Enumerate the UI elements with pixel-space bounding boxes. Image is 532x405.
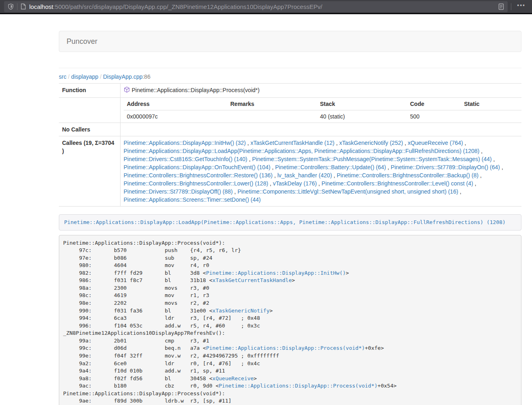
browser-toolbar: localhost:5000/path/src/displayapp/Displ…: [0, 0, 532, 14]
function-name-cell: Pinetime::Applications::DisplayApp::Proc…: [120, 84, 521, 98]
callee-link[interactable]: Pinetime::Components::LittleVgl::SetNewT…: [237, 188, 458, 195]
disassembly-symbol-link[interactable]: xQueueReceive: [212, 375, 254, 381]
callee-link[interactable]: vTaskDelay (176): [273, 180, 317, 187]
highlighted-callee-link[interactable]: Pinetime::Applications::DisplayApp::Load…: [64, 219, 506, 225]
address-value: 0x0000097c: [124, 110, 227, 123]
brand-puncover[interactable]: Puncover: [67, 37, 97, 46]
callee-link[interactable]: Pinetime::Controllers::BrightnessControl…: [337, 172, 478, 179]
urlbar-separator: [17, 3, 17, 10]
function-label: Function: [59, 84, 120, 98]
metrics-row: Address Remarks Stack Code Static 0x0000…: [59, 98, 521, 123]
breadcrumb-separator: /: [67, 73, 71, 80]
callees-row: Callees (19, Σ=3704 ) Pinetime::Applicat…: [59, 136, 521, 207]
col-address: Address: [124, 98, 227, 110]
highlighted-callee-panel: Pinetime::Applications::DisplayApp::Load…: [59, 214, 521, 231]
metrics-row-spacer: [59, 98, 120, 123]
metrics-value-row: 0x0000097c 40 (static) 500: [124, 110, 522, 123]
col-static: Static: [461, 98, 522, 110]
function-name: Pinetime::Applications::DisplayApp::Proc…: [132, 87, 260, 93]
breadcrumb-link-displayapp[interactable]: displayapp: [71, 73, 98, 80]
url-path: :5000/path/src/displayapp/DisplayApp.cpp…: [53, 3, 322, 10]
stack-value: 40 (static): [317, 110, 407, 123]
overflow-menu-icon[interactable]: •••: [515, 3, 528, 10]
breadcrumb-link-src[interactable]: src: [59, 73, 67, 80]
disassembly-symbol-link[interactable]: xTaskGetCurrentTaskHandle: [212, 277, 292, 283]
breadcrumb: src / displayapp / DisplayApp.cpp:86: [59, 73, 521, 81]
no-callers-row: No Callers: [59, 123, 521, 136]
metrics-header-row: Address Remarks Stack Code Static: [124, 98, 522, 110]
breadcrumb-link-displayapp-cpp[interactable]: DisplayApp.cpp: [103, 73, 142, 80]
code-value: 500: [407, 110, 461, 123]
function-row: Function Pinetime::Applications::Display…: [59, 84, 521, 98]
breadcrumb-line-number: :86: [142, 73, 150, 80]
url-host: localhost: [29, 3, 53, 10]
callee-link[interactable]: Pinetime::Drivers::St7789::DisplayOff() …: [124, 188, 233, 195]
callee-link[interactable]: Pinetime::Controllers::Battery::Update()…: [275, 164, 386, 170]
page-container: Puncover src / displayapp / DisplayApp.c…: [59, 31, 521, 405]
remarks-value: [227, 110, 317, 123]
function-table: Function Pinetime::Applications::Display…: [59, 83, 521, 207]
divider: [59, 68, 521, 68]
col-remarks: Remarks: [227, 98, 317, 110]
callee-link[interactable]: Pinetime::Controllers::BrightnessControl…: [124, 180, 268, 187]
callee-link[interactable]: Pinetime::Applications::Screens::Timer::…: [124, 196, 261, 203]
callee-link[interactable]: Pinetime::System::SystemTask::PushMessag…: [252, 156, 492, 162]
url-text[interactable]: localhost:5000/path/src/displayapp/Displ…: [29, 3, 495, 10]
page-icon[interactable]: [21, 3, 26, 10]
reader-mode-icon[interactable]: [498, 3, 504, 10]
navbar: Puncover: [59, 31, 521, 52]
callee-link[interactable]: Pinetime::Applications::DisplayApp::Init…: [124, 140, 246, 146]
callee-link[interactable]: Pinetime::Applications::DisplayApp::OnTo…: [124, 164, 271, 170]
callee-link[interactable]: xQueueReceive (764): [408, 140, 463, 146]
disassembly-symbol-link[interactable]: Pinetime::Applications::DisplayApp::Proc…: [219, 383, 377, 389]
shield-icon[interactable]: [8, 3, 14, 10]
callee-link[interactable]: Pinetime::Controllers::BrightnessControl…: [321, 180, 473, 187]
disassembly-block: Pinetime::Applications::DisplayApp::Proc…: [59, 235, 521, 405]
cube-symbol-icon: [124, 86, 130, 95]
callees-cell: Pinetime::Applications::DisplayApp::Init…: [120, 136, 521, 207]
callee-link[interactable]: Pinetime::Applications::DisplayApp::Load…: [124, 148, 480, 154]
disassembly-symbol-link[interactable]: Pinetime::Applications::DisplayApp::Init…: [206, 270, 346, 276]
breadcrumb-separator: /: [98, 73, 103, 80]
callee-link[interactable]: xTaskGetCurrentTaskHandle (12): [250, 140, 334, 146]
no-callers-cell: [120, 123, 521, 136]
url-bar[interactable]: localhost:5000/path/src/displayapp/Displ…: [4, 1, 508, 12]
callee-link[interactable]: Pinetime::Drivers::Cst816S::GetTouchInfo…: [124, 156, 248, 162]
col-stack: Stack: [317, 98, 407, 110]
callees-label: Callees (19, Σ=3704 ): [59, 136, 120, 207]
callee-link[interactable]: lv_task_handler (420): [277, 172, 332, 179]
metrics-table: Address Remarks Stack Code Static 0x0000…: [124, 98, 522, 123]
callee-link[interactable]: Pinetime::Drivers::St7789::DisplayOn() (…: [391, 164, 500, 170]
toolbar-separator: [511, 3, 511, 10]
no-callers-label: No Callers: [59, 123, 120, 136]
disassembly-symbol-link[interactable]: xTaskGenericNotify: [212, 308, 269, 314]
callee-link[interactable]: xTaskGenericNotify (252): [339, 140, 403, 146]
callee-link[interactable]: Pinetime::Controllers::BrightnessControl…: [124, 172, 273, 179]
static-value: [461, 110, 522, 123]
disassembly-symbol-link[interactable]: Pinetime::Applications::DisplayApp::Proc…: [206, 345, 365, 351]
col-code: Code: [407, 98, 461, 110]
